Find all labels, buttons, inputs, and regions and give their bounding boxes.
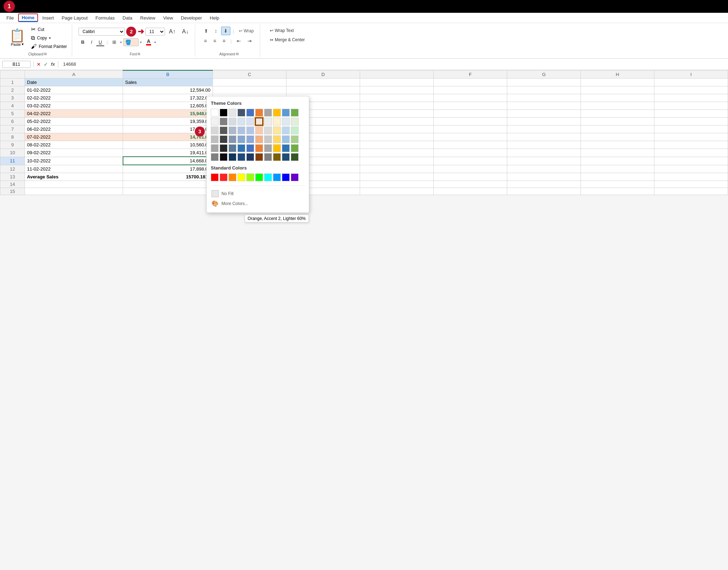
cell-F10[interactable] bbox=[434, 149, 507, 157]
cell-C1[interactable] bbox=[213, 79, 287, 86]
cell-E6[interactable] bbox=[360, 118, 434, 125]
cell-E10[interactable] bbox=[360, 149, 434, 157]
cell-E4[interactable] bbox=[360, 102, 434, 110]
format-painter-button[interactable]: 🖌 Format Painter bbox=[30, 43, 68, 50]
cell-H15[interactable] bbox=[581, 188, 654, 195]
formula-input[interactable] bbox=[61, 61, 726, 68]
cell-E7[interactable] bbox=[360, 125, 434, 133]
theme-swatch-1-5[interactable] bbox=[255, 118, 263, 125]
cell-F2[interactable] bbox=[434, 86, 507, 94]
cell-E11[interactable] bbox=[360, 157, 434, 165]
cell-I7[interactable] bbox=[654, 125, 728, 133]
cancel-formula-icon[interactable]: ✕ bbox=[37, 61, 41, 67]
align-bottom-button[interactable]: ⬇ bbox=[221, 27, 230, 35]
cell-F13[interactable] bbox=[434, 173, 507, 181]
theme-swatch-5-5[interactable] bbox=[255, 153, 263, 161]
theme-swatch-4-1[interactable] bbox=[220, 144, 228, 152]
cell-E15[interactable] bbox=[360, 188, 434, 195]
name-box[interactable] bbox=[2, 61, 31, 68]
cell-H11[interactable] bbox=[581, 157, 654, 165]
cell-F4[interactable] bbox=[434, 102, 507, 110]
cell-D1[interactable] bbox=[287, 79, 360, 86]
theme-swatch-0-4[interactable] bbox=[246, 109, 254, 117]
cell-G2[interactable] bbox=[507, 86, 581, 94]
theme-swatch-4-3[interactable] bbox=[237, 144, 245, 152]
theme-swatch-0-9[interactable] bbox=[291, 109, 299, 117]
cell-G13[interactable] bbox=[507, 173, 581, 181]
cell-I6[interactable] bbox=[654, 118, 728, 125]
cell-I4[interactable] bbox=[654, 102, 728, 110]
col-header-H[interactable]: H bbox=[581, 70, 654, 79]
col-header-D[interactable]: D bbox=[287, 70, 360, 79]
std-color-2[interactable] bbox=[229, 173, 236, 181]
theme-swatch-2-4[interactable] bbox=[246, 127, 254, 134]
cell-G15[interactable] bbox=[507, 188, 581, 195]
cell-G1[interactable] bbox=[507, 79, 581, 86]
cell-G11[interactable] bbox=[507, 157, 581, 165]
cell-A1[interactable]: Date bbox=[25, 79, 123, 86]
theme-swatch-3-8[interactable] bbox=[282, 135, 290, 143]
std-color-7[interactable] bbox=[273, 173, 281, 181]
cell-I9[interactable] bbox=[654, 141, 728, 149]
cell-H7[interactable] bbox=[581, 125, 654, 133]
cell-A2[interactable]: 01-02-2022 bbox=[25, 86, 123, 94]
menu-developer[interactable]: Developer bbox=[177, 14, 205, 22]
cell-B9[interactable]: 10,560.00 bbox=[123, 141, 213, 149]
align-top-button[interactable]: ⬆ bbox=[202, 27, 211, 35]
decrease-indent-button[interactable]: ⇤ bbox=[234, 37, 243, 45]
theme-swatch-3-9[interactable] bbox=[291, 135, 299, 143]
cell-I5[interactable] bbox=[654, 110, 728, 118]
cell-H12[interactable] bbox=[581, 165, 654, 173]
cell-F6[interactable] bbox=[434, 118, 507, 125]
theme-swatch-2-1[interactable] bbox=[220, 127, 228, 134]
cell-F8[interactable] bbox=[434, 133, 507, 141]
menu-data[interactable]: Data bbox=[119, 14, 136, 22]
cell-A13[interactable]: Average Sales bbox=[25, 173, 123, 181]
cell-B6[interactable]: 19,359.00 bbox=[123, 118, 213, 125]
cell-E1[interactable] bbox=[360, 79, 434, 86]
cell-E5[interactable] bbox=[360, 110, 434, 118]
theme-swatch-4-7[interactable] bbox=[273, 144, 281, 152]
theme-swatch-3-7[interactable] bbox=[273, 135, 281, 143]
cell-I15[interactable] bbox=[654, 188, 728, 195]
cell-A8[interactable]: 07-02-2022 bbox=[25, 133, 123, 141]
menu-formulas[interactable]: Formulas bbox=[92, 14, 118, 22]
cell-G7[interactable] bbox=[507, 125, 581, 133]
theme-swatch-4-8[interactable] bbox=[282, 144, 290, 152]
theme-swatch-1-1[interactable] bbox=[220, 118, 228, 125]
theme-swatch-3-2[interactable] bbox=[229, 135, 236, 143]
cell-F7[interactable] bbox=[434, 125, 507, 133]
col-header-C[interactable]: C bbox=[213, 70, 287, 79]
cell-B10[interactable]: 19,411.00 bbox=[123, 149, 213, 157]
insert-function-icon[interactable]: fx bbox=[51, 61, 55, 67]
cell-G12[interactable] bbox=[507, 165, 581, 173]
copy-dropdown-arrow[interactable]: ▾ bbox=[49, 36, 51, 40]
border-dropdown[interactable]: ▾ bbox=[120, 41, 122, 44]
theme-swatch-2-8[interactable] bbox=[282, 127, 290, 134]
font-size-select[interactable]: 11 bbox=[145, 28, 165, 36]
col-header-E[interactable] bbox=[360, 70, 434, 79]
cell-E3[interactable] bbox=[360, 94, 434, 102]
theme-swatch-5-4[interactable] bbox=[246, 153, 254, 161]
cut-button[interactable]: ✂ Cut bbox=[30, 25, 68, 33]
cell-C2[interactable] bbox=[213, 86, 287, 94]
cell-E12[interactable] bbox=[360, 165, 434, 173]
cell-G6[interactable] bbox=[507, 118, 581, 125]
menu-file[interactable]: File bbox=[3, 14, 17, 22]
cell-I14[interactable] bbox=[654, 181, 728, 188]
theme-swatch-3-5[interactable] bbox=[255, 135, 263, 143]
cell-A14[interactable] bbox=[25, 181, 123, 188]
no-fill-option[interactable]: No Fill bbox=[211, 189, 305, 195]
std-color-0[interactable] bbox=[211, 173, 219, 181]
menu-view[interactable]: View bbox=[160, 14, 177, 22]
cell-F11[interactable] bbox=[434, 157, 507, 165]
font-color-button[interactable]: A bbox=[144, 38, 153, 46]
theme-swatch-1-9[interactable] bbox=[291, 118, 299, 125]
cell-E14[interactable] bbox=[360, 181, 434, 188]
cell-F12[interactable] bbox=[434, 165, 507, 173]
menu-home[interactable]: Home bbox=[18, 14, 38, 22]
col-header-G[interactable]: G bbox=[507, 70, 581, 79]
cell-I11[interactable] bbox=[654, 157, 728, 165]
cell-F15[interactable] bbox=[434, 188, 507, 195]
cell-H6[interactable] bbox=[581, 118, 654, 125]
